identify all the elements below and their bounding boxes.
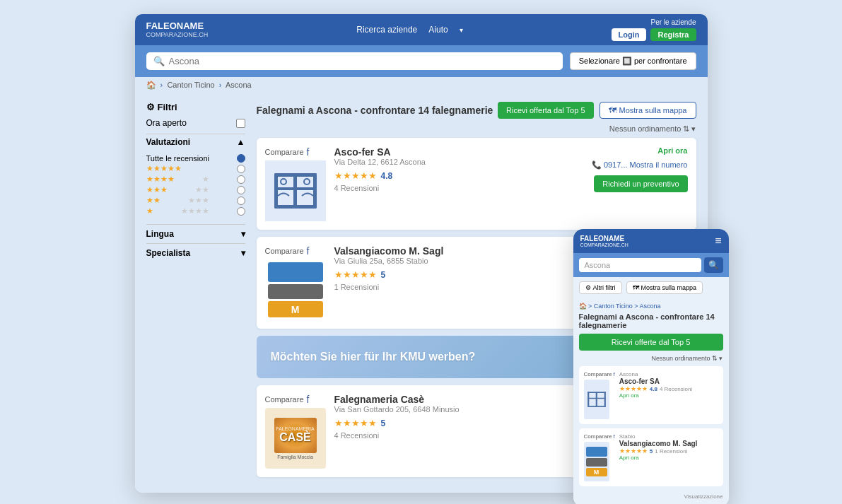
- case-name: Falegnameria Casè: [334, 394, 583, 405]
- ascofer-open: Apri ora: [657, 146, 687, 155]
- mobile-valsangi-name: Valsangiacomo M. Sagl: [619, 440, 718, 447]
- ascofer-actions: Apri ora 📞 0917... Mostra il numero Rich…: [592, 146, 688, 192]
- specialista-header[interactable]: Specialista ▾: [146, 243, 245, 262]
- collapse-icon: ▲: [237, 137, 245, 147]
- mobile-valsangi-stars: ★★★★★: [619, 447, 648, 455]
- ascofer-quote-button[interactable]: Richiedi un preventivo: [594, 175, 687, 192]
- nav-right: Per le aziende Login Registra: [612, 18, 696, 41]
- search-icon: 🔍: [153, 56, 165, 66]
- svg-rect-1: [313, 173, 317, 209]
- ora-aperto-label: Ora aperto: [146, 118, 187, 128]
- per-aziende-label: Per le aziende: [612, 18, 696, 26]
- mobile-fb-icon-2[interactable]: f: [614, 433, 615, 440]
- ascofer-phone: 📞 0917... Mostra il numero: [592, 160, 688, 170]
- lingua-chevron: ▾: [241, 229, 245, 239]
- radio-5stars[interactable]: [237, 165, 245, 173]
- listing-header: Falegnami a Ascona - confrontare 14 fale…: [257, 102, 696, 119]
- lingua-header[interactable]: Lingua ▾: [146, 224, 245, 243]
- mobile-ascofer-location: Ascona: [619, 371, 718, 377]
- case-reviews: 4 Recensioni: [334, 431, 583, 440]
- map-button[interactable]: 🗺 Mostra sulla mappa: [600, 102, 696, 119]
- facebook-icon-3[interactable]: f: [307, 394, 310, 405]
- compare-label: Comparare: [265, 148, 304, 156]
- brand-logo: FALEONAME COMPARAZIONE.CH: [146, 20, 209, 39]
- stars1-row: ★★★★★: [146, 206, 245, 216]
- radio-3stars[interactable]: [237, 186, 245, 194]
- case-address: Via San Gottardo 205, 6648 Minusio: [334, 405, 583, 414]
- compare-button[interactable]: Selezionare 🔲 per confrontare: [570, 52, 696, 70]
- valutazioni-section: Valutazioni ▲ Tutte le recensioni ★★★★★: [146, 134, 245, 216]
- valsangi-address: Via Giulia 25a, 6855 Stabio: [334, 257, 583, 265]
- svg-rect-0: [274, 173, 278, 209]
- compare-label-2: Comparare: [265, 247, 304, 255]
- valsangi-name: Valsangiacomo M. Sagl: [334, 245, 583, 257]
- stars2-row: ★★★★★: [146, 196, 245, 205]
- nav-search[interactable]: Ricerca aziende: [356, 25, 417, 35]
- nav-help[interactable]: Aiuto: [428, 25, 448, 35]
- specialista-chevron: ▾: [241, 248, 245, 258]
- ascofer-phone-link[interactable]: 0917... Mostra il numero: [604, 160, 688, 169]
- facebook-icon[interactable]: f: [307, 146, 310, 158]
- case-info: Falegnameria Casè Via San Gottardo 205, …: [334, 394, 583, 440]
- ora-aperto-checkbox[interactable]: [236, 119, 245, 128]
- case-logo: FALEGNAMERIA CASÈ Famiglia Moccia: [265, 408, 326, 469]
- mobile-search-input[interactable]: Ascona: [579, 258, 701, 272]
- case-sub-text: Famiglia Moccia: [274, 455, 317, 459]
- stars4-row: ★★★★★: [146, 175, 245, 184]
- mobile-top5-button[interactable]: Ricevi offerte dal Top 5: [579, 334, 723, 351]
- mobile-map-button[interactable]: 🗺 Mostra sulla mappa: [626, 281, 703, 294]
- mobile-menu-icon[interactable]: ≡: [715, 235, 721, 247]
- login-button[interactable]: Login: [612, 28, 647, 41]
- case-stars: ★★★★★: [334, 418, 377, 428]
- mobile-filter-button[interactable]: ⚙ Altri filtri: [579, 281, 622, 294]
- mobile-valsangi-info: Stabio Valsangiacomo M. Sagl ★★★★★ 5 1 R…: [619, 433, 718, 481]
- valsangi-stars: ★★★★★: [334, 269, 377, 280]
- sort-row: Nessun ordinamento ⇅ ▾: [257, 124, 696, 134]
- mobile-ascofer-info: Ascona Asco-fer SA ★★★★★ 4.8 4 Recension…: [619, 371, 718, 419]
- ascofer-reviews: 4 Recensioni: [334, 184, 583, 192]
- ascofer-stars-row: ★★★★★ 4.8: [334, 170, 583, 181]
- filter-title: ⚙ Filtri: [146, 102, 245, 112]
- breadcrumb: 🏠 › Canton Ticino › Ascona: [135, 77, 708, 93]
- ascofer-address: Via Delta 12, 6612 Ascona: [334, 158, 583, 166]
- radio-2stars[interactable]: [237, 197, 245, 205]
- home-icon[interactable]: 🏠: [146, 81, 156, 89]
- svg-rect-5: [274, 187, 317, 190]
- stars5-row: ★★★★★: [146, 164, 245, 173]
- ascofer-stars: ★★★★★: [334, 170, 377, 181]
- svg-point-7: [304, 179, 310, 184]
- facebook-icon-2[interactable]: f: [307, 245, 310, 257]
- valsangi-stars-row: ★★★★★ 5: [334, 269, 583, 280]
- svg-rect-9: [604, 392, 605, 406]
- compare-ascofer: Comparare f: [265, 146, 310, 158]
- mobile-ad-label: Visualizzazione: [579, 491, 723, 503]
- mobile-breadcrumb: 🏠 > Canton Ticino > Ascona: [579, 303, 723, 310]
- all-reviews-row: Tutte le recensioni: [146, 154, 245, 163]
- mobile-title: Falegnami a Ascona - confrontare 14 fale…: [579, 312, 723, 329]
- search-input[interactable]: [169, 56, 556, 66]
- svg-rect-4: [293, 173, 297, 209]
- breadcrumb-region[interactable]: Canton Ticino: [167, 81, 214, 89]
- mobile-card-ascofer: Comparare f: [579, 366, 723, 424]
- mobile-ascofer-open: Apri ora: [619, 392, 718, 399]
- search-bar: 🔍 Selezionare 🔲 per confrontare: [135, 45, 708, 77]
- registra-button[interactable]: Registra: [650, 28, 696, 41]
- svg-rect-8: [587, 392, 589, 406]
- listing-title: Falegnami a Ascona - confrontare 14 fale…: [257, 105, 493, 116]
- valutazioni-header[interactable]: Valutazioni ▲: [146, 134, 245, 150]
- radio-all[interactable]: [237, 154, 245, 163]
- mobile-fb-icon-1[interactable]: f: [614, 371, 615, 377]
- compare-case: Comparare f: [265, 394, 310, 405]
- stars3-row: ★★★★★: [146, 185, 245, 194]
- top5-button[interactable]: Ricevi offerta dal Top 5: [498, 102, 594, 119]
- radio-4stars[interactable]: [237, 175, 245, 184]
- radio-1star[interactable]: [237, 207, 245, 216]
- sort-icon[interactable]: ⇅ ▾: [683, 124, 696, 133]
- ad-text: Möchten Sie hier für Ihr KMU werben?: [271, 351, 476, 363]
- mobile-search-icon[interactable]: 🔍: [704, 257, 723, 273]
- mobile-nav: FALEONAME COMPARAZIONE.CH ≡: [573, 229, 729, 253]
- filter-icon: ⚙: [146, 102, 155, 112]
- mobile-ascofer-logo: [584, 380, 609, 419]
- mobile-card-valsangi: Comparare f M Stabio Valsangiacomo M. Sa…: [579, 428, 723, 486]
- case-rating: 5: [381, 418, 386, 428]
